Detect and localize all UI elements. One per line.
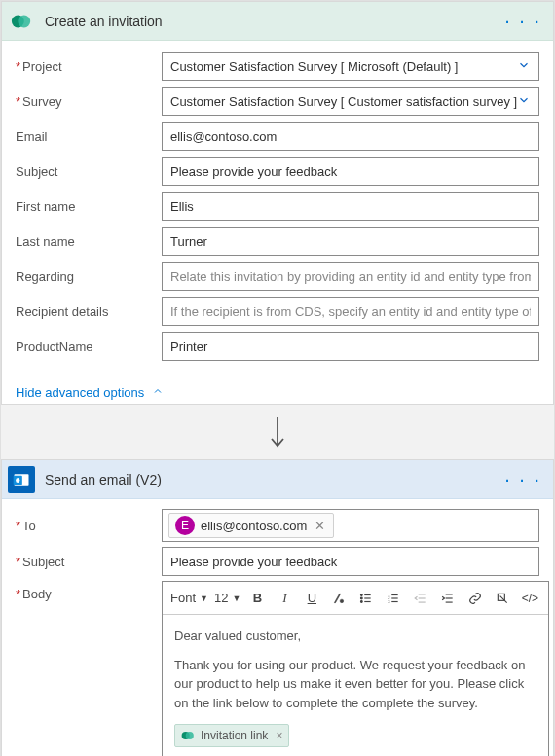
send-email-header[interactable]: Send an email (V2) · · · [2,460,553,499]
subject-label: Subject [16,164,57,179]
remove-token-icon[interactable]: × [276,727,282,744]
font-family-dropdown[interactable]: Font▼ [170,591,208,605]
chevron-up-icon [152,385,164,400]
survey-select[interactable]: Customer Satisfaction Survey [ Customer … [162,87,539,116]
subject-input[interactable] [162,157,539,186]
indent-button[interactable] [437,588,459,609]
email-subject-label: Subject [22,555,64,569]
hide-advanced-options-toggle[interactable]: Hide advanced options [2,379,164,404]
font-size-dropdown[interactable]: 12▼ [214,591,240,605]
chevron-down-icon [517,58,531,75]
svg-point-9 [361,597,363,599]
outlook-icon [8,466,35,493]
productname-input[interactable] [162,332,539,361]
svg-point-1 [18,15,30,27]
productname-label: ProductName [16,340,92,354]
code-view-button[interactable]: </> [519,588,540,609]
svg-point-6 [340,599,344,603]
recipient-email: ellis@contoso.com [201,519,307,533]
editor-toolbar: Font▼ 12▼ B I U 123 </> [163,582,548,615]
customer-voice-icon [181,729,195,742]
italic-button[interactable]: I [274,588,295,609]
card-menu-button[interactable]: · · · [499,468,547,490]
regarding-label: Regarding [16,270,74,284]
create-invitation-title: Create an invitation [45,14,499,29]
customer-voice-icon [8,8,35,35]
underline-button[interactable]: U [301,588,322,609]
bullet-list-button[interactable] [355,588,377,609]
svg-point-7 [361,594,363,595]
outdent-button[interactable] [410,588,431,609]
svg-point-11 [361,600,363,602]
regarding-input[interactable] [162,262,539,291]
body-greeting: Dear valued customer, [174,627,536,646]
numbered-list-button[interactable]: 123 [383,588,404,609]
svg-text:3: 3 [388,598,390,603]
invitation-link-token[interactable]: Invitation link × [174,724,289,747]
firstname-label: First name [16,199,75,214]
email-input[interactable] [162,122,539,151]
send-email-title: Send an email (V2) [45,472,499,487]
to-field[interactable]: E ellis@contoso.com ✕ [162,509,539,542]
create-invitation-header[interactable]: Create an invitation · · · [2,2,553,41]
bold-button[interactable]: B [246,588,268,609]
body-editor[interactable]: Font▼ 12▼ B I U 123 </> [162,581,549,756]
to-label: To [22,519,36,533]
svg-point-5 [16,477,19,482]
clear-format-button[interactable] [492,588,513,609]
email-subject-input[interactable] [162,547,539,576]
svg-point-28 [186,732,194,739]
recipient-chip[interactable]: E ellis@contoso.com ✕ [168,513,334,538]
lastname-label: Last name [16,234,75,249]
flow-connector [1,405,554,459]
chevron-down-icon [517,93,531,110]
svg-line-26 [500,595,507,602]
recipient-details-label: Recipient details [16,305,108,319]
card-menu-button[interactable]: · · · [499,10,547,32]
arrow-down-icon [268,415,287,449]
firstname-input[interactable] [162,192,539,221]
project-label: Project [22,59,61,74]
email-label: Email [16,129,48,144]
avatar: E [175,516,195,535]
link-button[interactable] [464,588,486,609]
recipient-details-input[interactable] [162,297,539,326]
format-button[interactable] [328,588,350,609]
lastname-input[interactable] [162,227,539,256]
editor-content[interactable]: Dear valued customer, Thank you for usin… [163,615,548,756]
body-label: Body [22,587,52,601]
survey-label: Survey [22,94,61,109]
body-paragraph: Thank you for using our product. We requ… [174,656,536,713]
project-select[interactable]: Customer Satisfaction Survey [ Microsoft… [162,52,539,81]
remove-recipient-icon[interactable]: ✕ [313,519,327,533]
